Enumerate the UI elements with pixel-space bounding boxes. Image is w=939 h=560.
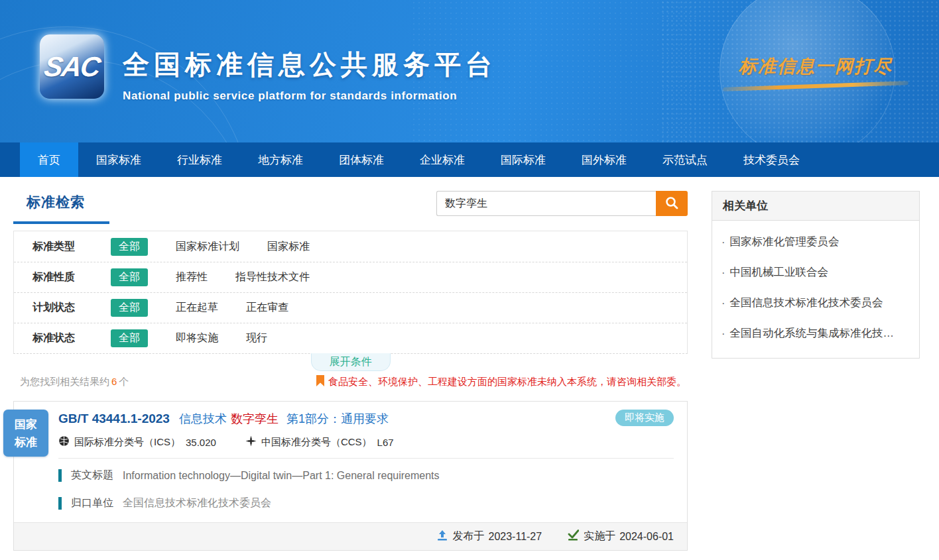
type-badge-line1: 国家 [3, 416, 48, 433]
standard-title-highlight[interactable]: 数字孪生 [231, 411, 279, 427]
section-title-block: 标准检索 [13, 193, 109, 224]
result-card: 国家 标准 即将实施 GB/T 43441.1-2023 信息技术 数字孪生 第… [13, 401, 688, 551]
results-summary: 为您找到相关结果约6个 [20, 376, 129, 388]
nav-item-pilot-demonstration[interactable]: 示范试点 [645, 142, 725, 177]
filter-label: 标准性质 [32, 270, 94, 284]
results-notice: 食品安全、环境保护、工程建设方面的国家标准未纳入本系统，请咨询相关部委。 [316, 375, 686, 388]
filter-all-badge[interactable]: 全部 [111, 329, 148, 347]
related-unit-link[interactable]: ·全国自动化系统与集成标准化技… [712, 318, 919, 349]
globe-icon [58, 435, 74, 449]
english-title-label: 英文标题 [71, 469, 113, 482]
nav-item-technical-committees[interactable]: 技术委员会 [725, 142, 818, 177]
filter-label: 计划状态 [32, 301, 94, 315]
type-badge-line2: 标准 [3, 433, 48, 451]
search-group [436, 191, 688, 216]
bookmark-icon [316, 375, 328, 388]
site-title: 全国标准信息公共服务平台 [123, 46, 497, 83]
page: SAC 全国标准信息公共服务平台 National public service… [0, 0, 939, 551]
nav-item-group-standards[interactable]: 团体标准 [321, 142, 402, 177]
filter-all-badge[interactable]: 全部 [111, 238, 148, 256]
ics-value: 35.020 [186, 437, 216, 448]
related-units-title: 相关单位 [712, 192, 919, 221]
publish-upload-icon [436, 530, 453, 544]
published-date: 2023-11-27 [489, 531, 542, 543]
standard-code[interactable]: GB/T 43441.1-2023 [58, 412, 170, 426]
bullet: · [721, 297, 725, 309]
related-unit-label: 全国自动化系统与集成标准化技… [730, 326, 895, 341]
dept-label: 归口单位 [71, 496, 113, 510]
related-unit-label: 全国信息技术标准化技术委员会 [730, 296, 883, 310]
implemented-label: 实施于 [584, 530, 615, 543]
site-header: SAC 全国标准信息公共服务平台 National public service… [0, 0, 939, 142]
filter-row-standard-status: 标准状态 全部 即将实施 现行 [14, 323, 687, 353]
filter-option[interactable]: 国家标准计划 [176, 240, 239, 254]
search-button[interactable] [656, 191, 688, 216]
implement-check-icon [567, 530, 584, 544]
related-unit-link[interactable]: ·国家标准化管理委员会 [712, 227, 919, 257]
nav-item-industry-standards[interactable]: 行业标准 [159, 142, 240, 177]
filter-row-standard-type: 标准类型 全部 国家标准计划 国家标准 [14, 231, 687, 262]
expand-conditions-button[interactable]: 展开条件 [311, 353, 391, 371]
sac-logo[interactable]: SAC [40, 34, 104, 99]
dept-row: 归口单位 全国信息技术标准化技术委员会 [58, 496, 674, 510]
nav-item-foreign-standards[interactable]: 国外标准 [564, 142, 645, 177]
related-units-panel: 相关单位 ·国家标准化管理委员会 ·中国机械工业联合会 ·全国信息技术标准化技术… [712, 191, 920, 359]
section-title-underline [13, 221, 109, 224]
search-section: 标准检索 [13, 177, 688, 224]
filter-option[interactable]: 正在起草 [176, 301, 218, 315]
standard-title-part1[interactable]: 信息技术 [179, 411, 227, 427]
english-title-value: Information technology—Digital twin—Part… [123, 470, 440, 482]
ccs-label: 中国标准分类号（CCS） [261, 436, 372, 449]
results-row: 为您找到相关结果约6个 食品安全、环境保护、工程建设方面的国家标准未纳入本系统，… [13, 375, 688, 388]
search-icon [664, 196, 679, 212]
ics-label: 国际标准分类号（ICS） [74, 436, 180, 449]
compass-icon [245, 435, 261, 449]
standard-title[interactable]: GB/T 43441.1-2023 信息技术 数字孪生 第1部分：通用要求 [58, 411, 674, 427]
filter-row-plan-status: 计划状态 全部 正在起草 正在审查 [14, 292, 687, 323]
nav-item-home[interactable]: 首页 [20, 142, 78, 177]
published-label: 发布于 [453, 530, 485, 543]
search-input[interactable] [436, 191, 656, 216]
content: 标准检索 标准类型 全部 国家标准计划 [0, 177, 939, 551]
results-summary-prefix: 为您找到相关结果约 [20, 376, 109, 387]
filter-row-standard-nature: 标准性质 全部 推荐性 指导性技术文件 [14, 262, 687, 292]
filter-option[interactable]: 国家标准 [267, 240, 310, 254]
standard-title-part2[interactable]: 第1部分：通用要求 [286, 411, 389, 427]
main-nav: 首页 国家标准 行业标准 地方标准 团体标准 企业标准 国际标准 国外标准 示范… [0, 142, 939, 177]
nav-item-local-standards[interactable]: 地方标准 [240, 142, 321, 177]
card-body: GB/T 43441.1-2023 信息技术 数字孪生 第1部分：通用要求 国际… [14, 402, 687, 510]
main-column: 标准检索 标准类型 全部 国家标准计划 [13, 177, 688, 551]
filter-box: 标准类型 全部 国家标准计划 国家标准 标准性质 全部 推荐性 指导性技术文件 … [13, 231, 688, 354]
nav-item-international-standards[interactable]: 国际标准 [483, 142, 564, 177]
filter-all-badge[interactable]: 全部 [111, 299, 148, 317]
filter-option[interactable]: 推荐性 [176, 270, 208, 284]
results-summary-suffix: 个 [119, 376, 129, 387]
published-date-item: 发布于 2023-11-27 [436, 530, 542, 544]
related-unit-label: 中国机械工业联合会 [730, 265, 829, 280]
bullet: · [721, 327, 725, 340]
related-unit-label: 国家标准化管理委员会 [730, 235, 840, 249]
dept-value[interactable]: 全国信息技术标准化技术委员会 [123, 496, 271, 510]
teal-bar [58, 497, 62, 510]
nav-item-national-standards[interactable]: 国家标准 [78, 142, 159, 177]
bullet: · [721, 266, 725, 279]
related-unit-link[interactable]: ·全国信息技术标准化技术委员会 [712, 288, 919, 318]
filter-option[interactable]: 指导性技术文件 [235, 270, 310, 284]
ccs-item: 中国标准分类号（CCS） L67 [245, 435, 394, 449]
ccs-value: L67 [377, 437, 394, 448]
implemented-date: 2024-06-01 [619, 531, 674, 543]
standard-type-badge: 国家 标准 [3, 410, 48, 457]
related-unit-link[interactable]: ·中国机械工业联合会 [712, 257, 919, 288]
filter-option[interactable]: 现行 [246, 331, 267, 345]
implemented-date-item: 实施于 2024-06-01 [567, 530, 674, 544]
card-footer: 发布于 2023-11-27 实施于 2024-06-01 [14, 522, 687, 550]
filter-option[interactable]: 即将实施 [176, 331, 218, 345]
card-separator [58, 458, 674, 459]
header-titles: 全国标准信息公共服务平台 National public service pla… [123, 46, 497, 103]
nav-item-enterprise-standards[interactable]: 企业标准 [402, 142, 483, 177]
results-count: 6 [111, 376, 117, 387]
filter-all-badge[interactable]: 全部 [111, 268, 148, 286]
filter-option[interactable]: 正在审查 [246, 301, 288, 315]
site-subtitle: National public service platform for sta… [123, 89, 497, 103]
related-units-list: ·国家标准化管理委员会 ·中国机械工业联合会 ·全国信息技术标准化技术委员会 ·… [712, 221, 919, 358]
